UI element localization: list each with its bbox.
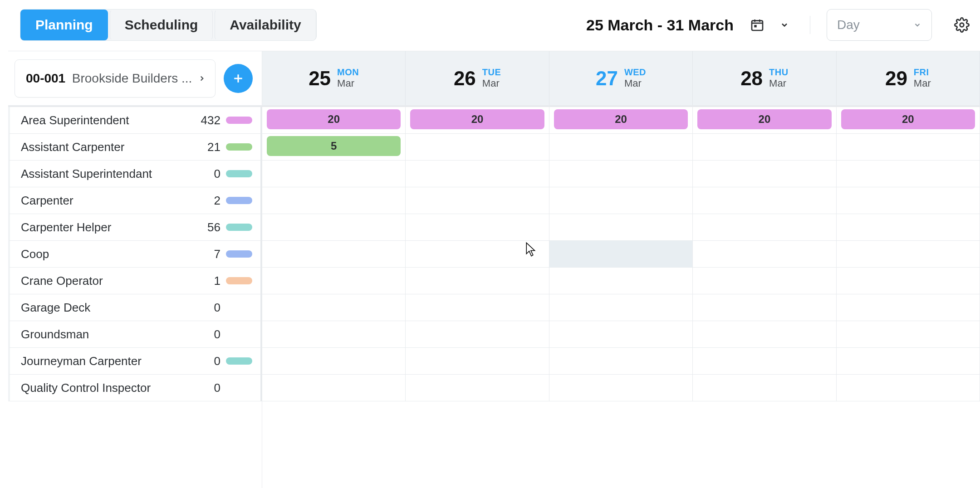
calendar-cell[interactable]: [693, 294, 836, 321]
role-row[interactable]: Groundsman0: [8, 321, 262, 348]
day-header[interactable]: 27WEDMar: [549, 51, 693, 105]
day-header[interactable]: 26TUEMar: [406, 51, 549, 105]
calendar-cell[interactable]: [837, 134, 980, 160]
role-name: Carpenter Helper: [21, 220, 186, 234]
calendar-cell[interactable]: [837, 268, 980, 294]
calendar-cell[interactable]: [406, 161, 549, 187]
calendar-cell[interactable]: [693, 375, 836, 401]
calendar-cell[interactable]: [837, 241, 980, 267]
role-count: 1: [191, 274, 220, 288]
calendar-cell[interactable]: [693, 187, 836, 214]
calendar-cell[interactable]: [549, 321, 693, 347]
calendar-cell[interactable]: [693, 134, 836, 160]
calendar-cell[interactable]: [406, 321, 549, 347]
calendar-cell[interactable]: [406, 375, 549, 401]
calendar-cell[interactable]: [693, 241, 836, 267]
allocation-block[interactable]: 20: [554, 109, 688, 129]
calendar-cell[interactable]: [549, 134, 693, 160]
project-selector[interactable]: 00-001 Brookside Builders ...: [15, 59, 216, 98]
role-row[interactable]: Assistant Superintendant0: [8, 161, 262, 187]
allocation-block[interactable]: 5: [267, 136, 401, 156]
role-count: 0: [191, 301, 220, 315]
calendar-cell[interactable]: [837, 187, 980, 214]
allocation-block[interactable]: 20: [267, 109, 401, 129]
calendar-cell[interactable]: [549, 268, 693, 294]
calendar-cell[interactable]: [262, 268, 406, 294]
calendar-cell[interactable]: [262, 348, 406, 374]
calendar-cell[interactable]: [262, 294, 406, 321]
calendar-cell[interactable]: [693, 321, 836, 347]
day-header[interactable]: 29FRIMar: [837, 51, 980, 105]
calendar-cell[interactable]: 20: [262, 107, 406, 133]
calendar-cell[interactable]: [693, 268, 836, 294]
calendar-cell[interactable]: [693, 161, 836, 187]
allocation-block[interactable]: 20: [697, 109, 831, 129]
role-row[interactable]: Assistant Carpenter21: [8, 134, 262, 161]
calendar-cell[interactable]: [262, 241, 406, 267]
add-button[interactable]: [224, 64, 253, 93]
calendar-cell[interactable]: [406, 214, 549, 240]
project-name: Brookside Builders ...: [70, 71, 194, 86]
calendar-cell[interactable]: [693, 214, 836, 240]
role-row[interactable]: Carpenter2: [8, 187, 262, 214]
calendar-cell[interactable]: 20: [406, 107, 549, 133]
day-of-week: FRI: [914, 67, 931, 78]
role-row[interactable]: Area Superintendent432: [8, 107, 262, 134]
calendar-cell[interactable]: [406, 348, 549, 374]
calendar-cell[interactable]: [837, 321, 980, 347]
calendar-cell[interactable]: [549, 294, 693, 321]
role-name: Assistant Superintendant: [21, 167, 186, 181]
role-name: Groundsman: [21, 327, 186, 342]
settings-button[interactable]: [953, 16, 971, 34]
calendar-cell[interactable]: [262, 187, 406, 214]
top-toolbar: Planning Scheduling Availability 25 Marc…: [8, 0, 980, 51]
calendar-cell[interactable]: [406, 268, 549, 294]
day-header[interactable]: 25MONMar: [262, 51, 406, 105]
calendar-cell[interactable]: [837, 161, 980, 187]
allocation-block[interactable]: 20: [410, 109, 544, 129]
calendar-cell[interactable]: [837, 375, 980, 401]
calendar-cell[interactable]: [549, 187, 693, 214]
calendar-cell[interactable]: [549, 375, 693, 401]
calendar-cell[interactable]: [262, 375, 406, 401]
calendar-cell[interactable]: [262, 321, 406, 347]
days-header: 25MONMar26TUEMar27WEDMar28THUMar29FRIMar: [262, 51, 980, 107]
calendar-cell[interactable]: [406, 294, 549, 321]
tab-availability[interactable]: Availability: [215, 10, 316, 40]
calendar-cell[interactable]: [549, 241, 693, 267]
calendar-icon[interactable]: [748, 16, 766, 34]
calendar-cell[interactable]: [549, 214, 693, 240]
role-row[interactable]: Journeyman Carpenter0: [8, 348, 262, 375]
tab-scheduling[interactable]: Scheduling: [110, 10, 213, 40]
role-row[interactable]: Crane Operator1: [8, 268, 262, 294]
calendar-cell[interactable]: [837, 214, 980, 240]
calendar-cell[interactable]: [262, 214, 406, 240]
role-row[interactable]: Quality Control Inspector0: [8, 375, 262, 401]
calendar-cell[interactable]: [406, 134, 549, 160]
calendar-cell[interactable]: 5: [262, 134, 406, 160]
role-row[interactable]: Coop7: [8, 241, 262, 268]
day-header[interactable]: 28THUMar: [693, 51, 836, 105]
calendar-cell[interactable]: 20: [837, 107, 980, 133]
calendar-cell[interactable]: [262, 161, 406, 187]
calendar-cell[interactable]: [837, 294, 980, 321]
calendar-cell[interactable]: [406, 241, 549, 267]
calendar-area: 25MONMar26TUEMar27WEDMar28THUMar29FRIMar…: [262, 51, 980, 488]
calendar-cell[interactable]: [406, 187, 549, 214]
calendar-cell[interactable]: 20: [693, 107, 836, 133]
tab-planning[interactable]: Planning: [20, 10, 108, 40]
calendar-row: [262, 214, 980, 241]
period-select[interactable]: Day: [827, 9, 932, 41]
allocation-block[interactable]: 20: [841, 109, 975, 129]
chevron-down-icon: [913, 21, 921, 29]
role-color-swatch: [226, 277, 252, 284]
calendar-cell[interactable]: 20: [549, 107, 693, 133]
calendar-cell[interactable]: [549, 161, 693, 187]
role-row[interactable]: Carpenter Helper56: [8, 214, 262, 241]
calendar-cell[interactable]: [549, 348, 693, 374]
role-row[interactable]: Garage Deck0: [8, 294, 262, 321]
calendar-cell[interactable]: [693, 348, 836, 374]
calendar-cell[interactable]: [837, 348, 980, 374]
date-range-dropdown[interactable]: [775, 16, 794, 34]
role-color-swatch: [226, 224, 252, 231]
